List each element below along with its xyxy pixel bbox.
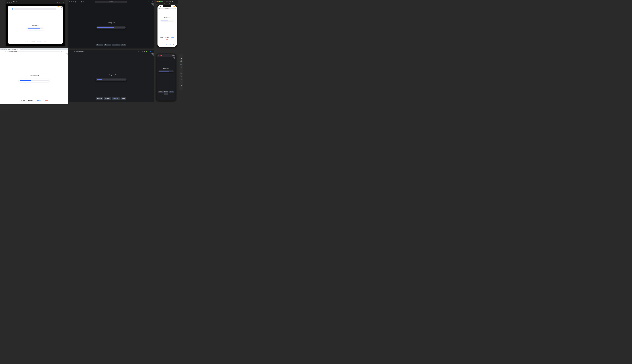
recents-icon[interactable]: □ [181,84,182,86]
zoom-dot[interactable] [10,2,12,3]
forward-icon[interactable]: → [3,51,4,52]
reload-icon[interactable]: ↻ [74,51,75,52]
increase-button[interactable]: Increase [19,99,26,102]
increase-button[interactable]: Increase [96,98,103,100]
complete-button[interactable]: Complete [112,44,120,46]
reload-icon[interactable]: ↻ [126,1,127,2]
decrease-button[interactable]: Decrease [163,91,168,92]
dropdown-icon[interactable]: ▾ [77,1,78,2]
tabs-icon[interactable]: ⧉ [174,44,174,45]
reload-icon[interactable]: ↻ [5,51,6,52]
screenshot-icon[interactable]: ▣ [56,2,58,3]
reader-icon[interactable]: AA [159,8,160,9]
reset-button[interactable]: Reset [164,93,168,95]
profile-icon[interactable]: 👤 [150,51,151,52]
traffic-lights[interactable] [69,1,74,2]
reset-button[interactable]: Reset [120,44,126,46]
url-field[interactable]: ⓘ localhost:3000 [76,51,138,52]
minimize-dot[interactable] [2,49,3,50]
extensions-icon[interactable]: 🧩 [146,51,147,52]
url-field[interactable]: AA localhost ↻ [158,8,176,9]
forward-icon[interactable]: › [163,44,163,45]
home-icon[interactable]: ○ [166,98,166,99]
home-indicator[interactable] [164,46,171,46]
back-icon[interactable]: ‹ [78,1,79,2]
minimize-dot[interactable] [9,2,10,3]
url-field[interactable]: AA localhost ↻ [14,8,56,10]
reload-icon[interactable]: ↻ [175,8,176,9]
ext1-icon[interactable]: ● [144,51,145,52]
zoom-dot[interactable] [4,49,5,50]
tab-active[interactable]: Progress | GUI Challenges × [6,48,20,50]
increase-button[interactable]: Increase [159,37,164,38]
site-info-icon[interactable]: ⓘ [76,51,76,52]
site-info-icon[interactable]: ⓘ [9,51,10,52]
star-icon[interactable]: ☆ [142,51,143,52]
more-icon[interactable]: ⋯ [180,87,182,89]
sidebar-icon[interactable]: ▥ [12,8,13,10]
back-icon[interactable]: ‹ [160,44,160,45]
close-dot[interactable] [7,2,8,3]
screenshot-icon[interactable]: ▣ [164,3,165,4]
close-tab-icon[interactable]: × [18,49,19,50]
forward-icon[interactable]: › [10,8,11,10]
shield-icon[interactable]: 🛡 [8,51,8,52]
share-icon[interactable]: ⇪ [148,1,149,2]
decrease-button[interactable]: Decrease [104,44,111,46]
complete-button[interactable]: Complete [36,40,42,42]
zoom-dot[interactable] [73,1,74,2]
record-icon[interactable]: ⧉ [59,2,60,3]
camera-icon[interactable]: 📷 [180,72,182,74]
power-icon[interactable]: ⏻ [180,57,182,59]
reset-button[interactable]: Reset [42,40,47,42]
recents-icon[interactable]: □ [171,98,172,99]
menu-icon[interactable]: ≡ [67,51,68,52]
home-icon[interactable]: ○ [181,82,182,83]
tabs-icon[interactable]: ⊞ [152,1,153,2]
minimize-dot[interactable] [71,1,72,2]
increase-button[interactable]: Increase [96,44,103,46]
menu-icon[interactable]: ⋮ [152,51,153,52]
decrease-button[interactable]: Decrease [164,37,170,38]
back-icon[interactable]: ← [70,51,71,52]
share-icon[interactable]: ⇪ [56,8,58,10]
zoom-dot[interactable] [160,1,162,2]
complete-button[interactable]: Complete [169,91,174,92]
back-icon[interactable]: ◁ [181,78,182,80]
back-icon[interactable]: ← [1,51,2,52]
complete-button[interactable]: Complete [112,98,120,100]
sidebar-icon[interactable]: ▥ [74,1,76,2]
close-icon[interactable]: × [181,54,182,56]
home-indicator[interactable] [31,43,40,43]
volume-up-icon[interactable]: 🔊 [180,60,182,62]
url-field[interactable]: 🛡 ⓘ localhost:3000 [7,51,60,52]
home-icon[interactable]: ⌂ [61,2,62,3]
newtab-icon[interactable]: + [150,1,151,2]
reader-icon[interactable]: AA [14,8,16,10]
close-dot[interactable] [69,1,70,2]
bookmarks-icon[interactable]: ▭ [170,44,171,45]
power-icon[interactable]: ⚡︎ [54,2,56,3]
rotate-icon[interactable]: ⤿ [63,2,64,3]
share-icon[interactable]: ⇪ [166,44,167,45]
increase-button[interactable]: Increase [24,40,29,42]
rotate-icon[interactable]: ⤿ [169,3,170,4]
url-field[interactable]: localhost ↻ [95,1,127,3]
install-icon[interactable]: ⬓ [138,51,140,52]
increase-button[interactable]: Increase [158,91,163,92]
volume-down-icon[interactable]: 🔉 [180,63,182,65]
shield-icon[interactable]: ◐ [81,1,82,2]
share-icon[interactable]: ⇪ [140,51,141,52]
forward-icon[interactable]: › [80,1,80,2]
decrease-button[interactable]: Decrease [30,40,36,42]
ext1-icon[interactable]: ✎ [63,51,64,52]
reset-button[interactable]: Reset [165,39,169,40]
ext2-icon[interactable]: ≡ [148,51,148,52]
rotate-left-icon[interactable]: ⟲ [181,66,182,68]
zoom-icon[interactable]: 🔍 [180,75,182,77]
new-tab-button[interactable]: + [20,49,22,50]
close-dot[interactable] [1,49,2,50]
close-dot[interactable] [156,1,158,2]
complete-button[interactable]: Complete [35,99,43,102]
reset-button[interactable]: Reset [120,98,126,100]
